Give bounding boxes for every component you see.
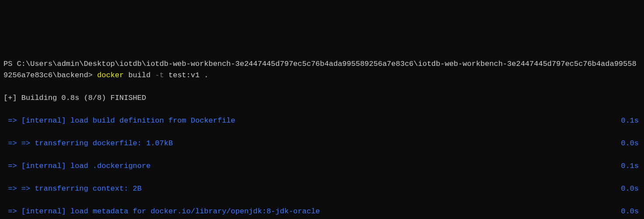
build-status: [+] Building 0.8s (8/8) FINISHED bbox=[3, 92, 641, 104]
step-time: 0.0s bbox=[621, 138, 641, 149]
build-step: => => transferring context: 2B0.0s bbox=[3, 183, 641, 195]
step-text: [internal] load build definition from Do… bbox=[21, 115, 621, 127]
ps-prefix: PS bbox=[3, 60, 17, 68]
step-time: 0.1s bbox=[621, 161, 641, 172]
build-step: => => transferring dockerfile: 1.07kB0.0… bbox=[3, 138, 641, 149]
cmd-build: build bbox=[128, 71, 151, 79]
step-time: 0.1s bbox=[621, 115, 641, 127]
build-step: => [internal] load metadata for docker.i… bbox=[3, 206, 641, 217]
step-time: 0.0s bbox=[621, 206, 641, 217]
cmd-docker: docker bbox=[97, 71, 124, 79]
arrow-icon: => bbox=[3, 115, 21, 127]
arrow-icon: => bbox=[3, 138, 21, 149]
step-text: [internal] load .dockerignore bbox=[21, 161, 621, 172]
arrow-icon: => bbox=[3, 183, 21, 195]
arrow-icon: => bbox=[3, 161, 21, 172]
cmd-flag: -t bbox=[155, 71, 164, 79]
step-text: => transferring context: 2B bbox=[21, 183, 621, 195]
step-time: 0.0s bbox=[621, 183, 641, 195]
build-step: => [internal] load .dockerignore0.1s bbox=[3, 161, 641, 172]
prompt-line[interactable]: PS C:\Users\admin\Desktop\iotdb\iotdb-we… bbox=[3, 58, 641, 81]
arrow-icon: => bbox=[3, 206, 21, 217]
cmd-args: test:v1 . bbox=[169, 71, 209, 79]
step-text: => transferring dockerfile: 1.07kB bbox=[21, 138, 621, 149]
terminal-output: PS C:\Users\admin\Desktop\iotdb\iotdb-we… bbox=[3, 47, 641, 219]
step-text: [internal] load metadata for docker.io/l… bbox=[21, 206, 621, 217]
build-step: => [internal] load build definition from… bbox=[3, 115, 641, 127]
